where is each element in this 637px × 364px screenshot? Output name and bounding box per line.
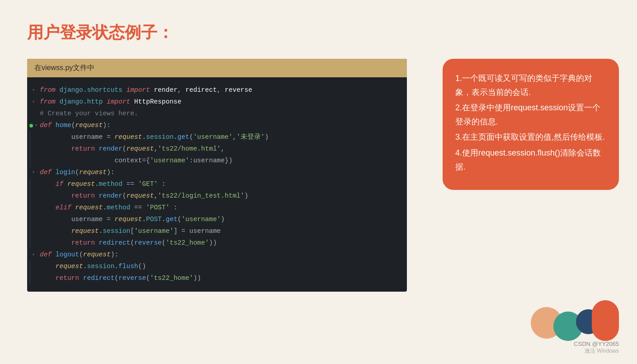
code-line-6: return render(request,'ts22/home.html', — [27, 143, 407, 155]
code-line-10: return render(request,'ts22/login_test.h… — [27, 190, 407, 202]
info-point-1: 1.一个既可读又可写的类似于字典的对象，表示当前的会话. — [455, 71, 606, 99]
code-line-4: ▾ def home(request): — [27, 120, 407, 132]
code-line-13: request.session['username'] = username — [27, 226, 407, 237]
page-title: 用户登录状态例子： — [27, 22, 174, 44]
code-line-17: return redirect(reverse('ts22_home')) — [27, 273, 407, 284]
code-line-12: username = request.POST.get('username') — [27, 214, 407, 226]
code-line-9: if request.method == 'GET' : — [27, 179, 407, 190]
code-line-7: context={'username':username}) — [27, 155, 407, 167]
code-line-3: # Create your views here. — [27, 108, 407, 120]
code-line-2: ▾ from django.http import HttpResponse — [27, 96, 407, 108]
logo-area: CSDN @YY2065 激活 Windows — [531, 298, 619, 355]
info-point-2: 2.在登录中使用request.session设置一个登录的信息. — [455, 101, 606, 128]
code-line-11: elif request.method == 'POST' : — [27, 202, 407, 214]
code-panel-header: 在viewss.py文件中 — [27, 59, 407, 77]
info-box: 1.一个既可读又可写的类似于字典的对象，表示当前的会话. 2.在登录中使用req… — [443, 59, 619, 190]
sub-text: 激活 Windows — [585, 347, 619, 355]
info-point-4: 4.使用request.session.flush()清除会话数据. — [455, 146, 606, 174]
logo-shapes — [531, 298, 619, 339]
code-body: ▾ from django.shortcuts import render, r… — [27, 77, 407, 292]
shape-red — [592, 300, 619, 341]
code-line-1: ▾ from django.shortcuts import render, r… — [27, 85, 407, 96]
code-line-8: ▾ def login(request): — [27, 167, 407, 179]
code-line-15: ▾ def logout(request): — [27, 249, 407, 261]
info-point-3: 3.在主页面中获取设置的值,然后传给模板. — [455, 130, 606, 144]
code-line-16: request.session.flush() — [27, 261, 407, 273]
code-panel: 在viewss.py文件中 ▾ from django.shortcuts im… — [27, 59, 407, 292]
brand-text: CSDN @YY2065 — [574, 340, 619, 347]
code-line-14: return redirect(reverse('ts22_home')) — [27, 237, 407, 249]
code-line-5: username = request.session.get('username… — [27, 132, 407, 143]
